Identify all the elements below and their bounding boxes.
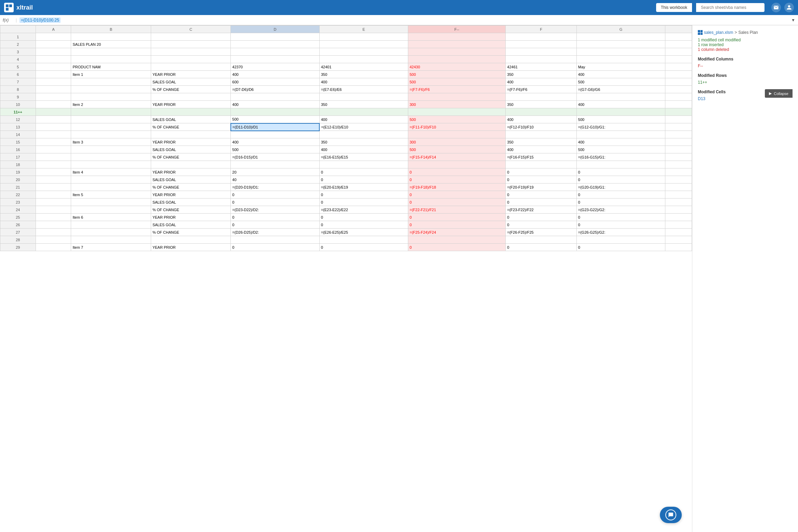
svg-rect-3 xyxy=(9,8,12,11)
formula-content: =(D11-D10)/D100.25 xyxy=(19,17,61,23)
table-row: 9 xyxy=(0,93,692,101)
cell-d2[interactable] xyxy=(231,41,319,48)
cell-a1[interactable] xyxy=(36,33,71,41)
modified-rows-title: Modified Rows xyxy=(698,73,793,78)
spreadsheet-table: A B C D E F-- F G 1 2SALES PLAN xyxy=(0,25,692,251)
table-row: 20SALES GOAL400000 xyxy=(0,176,692,183)
formula-divider: | xyxy=(16,18,17,23)
table-row: 21% OF CHANGE=(D20-D19)/D1:=(E20-E19)/E1… xyxy=(0,183,692,191)
table-row: 10Item 2YEAR PRIOR400350300350400 xyxy=(0,101,692,108)
cell-fminus1[interactable] xyxy=(408,33,506,41)
scroll-container[interactable]: A B C D E F-- F G 1 2SALES PLAN xyxy=(0,25,692,522)
col-header-g: G xyxy=(576,26,665,33)
table-row: 18 xyxy=(0,161,692,168)
table-row: 19Item 4YEAR PRIOR200000 xyxy=(0,168,692,176)
table-row: 14 xyxy=(0,131,692,138)
search-input[interactable] xyxy=(696,3,764,12)
cell-c1[interactable] xyxy=(151,33,230,41)
change-row-inserted: 1 row inserted xyxy=(698,42,793,47)
table-row: 15Item 3YEAR PRIOR400350300350400 xyxy=(0,138,692,146)
table-row: 13% OF CHANGE=(D11-D10)/D1=(E12-E10)/E10… xyxy=(0,123,692,131)
table-row: 1 xyxy=(0,33,692,41)
user-icon[interactable] xyxy=(784,3,794,12)
formula-bar: f(x) | =(D11-D10)/D100.25 ▼ xyxy=(0,15,798,25)
row-num: 1 xyxy=(0,33,36,41)
table-row: 16SALES GOAL500400500400500 xyxy=(0,146,692,153)
row-num: 2 xyxy=(0,41,36,48)
col-header-d: D xyxy=(231,26,319,33)
header: xltrail This workbook xyxy=(0,0,798,15)
table-row: 25Item 6YEAR PRIOR00000 xyxy=(0,214,692,221)
table-row: 17% OF CHANGE=(D16-D15)/D1=(E16-E15)/E15… xyxy=(0,153,692,161)
change-modified-cell: 1 modified cell modified xyxy=(698,38,793,42)
collapse-label: Collapse xyxy=(774,92,788,96)
col-header-f-minus: F-- xyxy=(408,26,506,33)
logo-icon xyxy=(4,3,14,12)
spreadsheet-area: A B C D E F-- F G 1 2SALES PLAN xyxy=(0,25,692,532)
table-row: 27% OF CHANGE=(D26-D25)/D2:=(E26-E25)/E2… xyxy=(0,229,692,236)
modified-columns-value[interactable]: F-- xyxy=(698,64,793,68)
table-row: 7SALES GOAL600400500400500 xyxy=(0,78,692,86)
cell-fminus2[interactable] xyxy=(408,41,506,48)
table-row: 23SALES GOAL00000 xyxy=(0,199,692,206)
table-row: 8% OF CHANGE=(D7-D6)/D6=(E7-E6)/E6=(F7-F… xyxy=(0,86,692,93)
modified-rows-value[interactable]: 11++ xyxy=(698,80,793,85)
cell-g1[interactable] xyxy=(576,33,665,41)
breadcrumb: sales_plan.xlsm > Sales Plan xyxy=(698,30,793,35)
right-panel: sales_plan.xlsm > Sales Plan 1 modified … xyxy=(692,25,798,532)
table-row: 6Item 1YEAR PRIOR400350500350400 xyxy=(0,71,692,78)
logo-text: xltrail xyxy=(16,4,33,11)
breadcrumb-separator: > xyxy=(734,30,737,35)
collapse-button[interactable]: ▶ Collapse xyxy=(765,89,793,98)
cell-g2[interactable] xyxy=(576,41,665,48)
breadcrumb-sheet: Sales Plan xyxy=(738,30,758,35)
table-row: 22Item 5YEAR PRIOR00000 xyxy=(0,191,692,199)
change-col-deleted: 1 column deleted xyxy=(698,47,793,52)
col-header-a: A xyxy=(36,26,71,33)
col-header-more xyxy=(665,26,692,33)
logo: xltrail xyxy=(4,3,33,12)
col-header-b: B xyxy=(71,26,151,33)
breadcrumb-file[interactable]: sales_plan.xlsm xyxy=(704,30,733,35)
corner-header xyxy=(0,26,36,33)
modified-columns-title: Modified Columns xyxy=(698,57,793,62)
table-row: 29Item 7YEAR PRIOR00000 xyxy=(0,244,692,251)
table-row: 28 xyxy=(0,236,692,244)
cell-b2[interactable]: SALES PLAN 20 xyxy=(71,41,151,48)
svg-rect-0 xyxy=(6,4,9,7)
cell-a2[interactable] xyxy=(36,41,71,48)
cell-b1[interactable] xyxy=(71,33,151,41)
chat-button[interactable] xyxy=(660,507,682,523)
table-row: 3 xyxy=(0,48,692,56)
col-header-c: C xyxy=(151,26,230,33)
cell-f1[interactable] xyxy=(506,33,576,41)
this-workbook-button[interactable]: This workbook xyxy=(656,3,692,12)
svg-rect-1 xyxy=(9,4,12,7)
table-row: 5PRODUCT NAM42370424014243042461May xyxy=(0,63,692,71)
cell-h2[interactable] xyxy=(665,41,692,48)
change-summary: 1 modified cell modified 1 row inserted … xyxy=(698,38,793,52)
table-row: 2SALES PLAN 20 xyxy=(0,41,692,48)
cell-c2[interactable] xyxy=(151,41,230,48)
cell-reference-label: f(x) xyxy=(3,18,13,23)
table-row: 12SALES GOAL500400500400500 xyxy=(0,116,692,123)
cell-f2[interactable] xyxy=(506,41,576,48)
cell-h1[interactable] xyxy=(665,33,692,41)
chat-circle-icon xyxy=(665,509,676,520)
cell-e2[interactable] xyxy=(319,41,408,48)
table-row: 4 xyxy=(0,56,692,63)
notifications-icon[interactable] xyxy=(771,3,781,12)
table-row: 26SALES GOAL00000 xyxy=(0,221,692,229)
cell-d1[interactable] xyxy=(231,33,319,41)
collapse-icon: ▶ xyxy=(769,91,772,96)
table-row: 24% OF CHANGE=(D23-D22)/D2:=(E23-E22)/E2… xyxy=(0,206,692,214)
table-row: 11++ xyxy=(0,108,692,116)
col-header-f: F xyxy=(506,26,576,33)
grid-icon xyxy=(698,30,703,35)
cell-e1[interactable] xyxy=(319,33,408,41)
formula-dropdown-icon[interactable]: ▼ xyxy=(791,18,795,23)
svg-rect-2 xyxy=(6,8,9,11)
col-header-e: E xyxy=(319,26,408,33)
main-content: A B C D E F-- F G 1 2SALES PLAN xyxy=(0,25,798,532)
